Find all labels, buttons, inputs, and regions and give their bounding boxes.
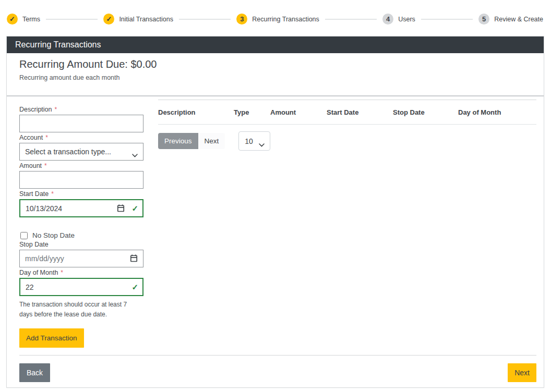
day-of-month-help-text: The transaction should occur at least 7 … [19, 300, 136, 320]
stepper-connector [421, 19, 473, 20]
description-input[interactable] [19, 115, 143, 132]
step-label-recurring-transactions: Recurring Transactions [252, 16, 319, 23]
step-label-users: Users [398, 16, 415, 23]
panel-body: Recurring Amount Due: $0.00 Recurring am… [7, 58, 544, 387]
footer-divider [19, 355, 536, 356]
pagination-button-group: Previous Next [158, 133, 225, 149]
step-complete-check-icon: ✓ [7, 14, 18, 24]
step-number-icon: 3 [236, 14, 247, 24]
wizard-stepper: ✓ Terms ✓ Initial Transactions 3 Recurri… [0, 0, 551, 24]
step-number-icon: 4 [382, 14, 393, 24]
recurring-transactions-panel: Recurring Transactions Recurring Amount … [6, 36, 544, 388]
account-select[interactable]: Select a transaction type... [19, 143, 143, 161]
step-complete-check-icon: ✓ [103, 14, 114, 24]
panel-title: Recurring Transactions [15, 40, 101, 49]
recurring-amount-due-heading: Recurring Amount Due: $0.00 [19, 58, 531, 70]
day-of-month-input[interactable] [19, 278, 143, 296]
stepper-connector [325, 19, 377, 20]
page-size-select[interactable]: 10 [238, 131, 270, 151]
column-header-start-date: Start Date [327, 100, 393, 125]
stepper-connector [179, 19, 231, 20]
next-button[interactable]: Next [508, 363, 536, 382]
no-stop-date-label: No Stop Date [32, 231, 75, 239]
amount-input[interactable] [19, 171, 143, 189]
pagination-next-button[interactable]: Next [198, 133, 225, 149]
table-pagination: Previous Next 10 [158, 131, 536, 151]
step-label-review-create: Review & Create [494, 16, 543, 23]
required-asterisk: * [55, 106, 57, 113]
add-transaction-button[interactable]: Add Transaction [19, 328, 84, 348]
pagination-previous-button[interactable]: Previous [158, 133, 198, 149]
stop-date-input[interactable] [19, 250, 143, 267]
stepper-step-recurring-transactions[interactable]: 3 Recurring Transactions [236, 14, 319, 24]
day-of-month-label: Day of Month* [19, 269, 143, 276]
required-asterisk: * [44, 162, 47, 169]
column-header-type: Type [234, 100, 270, 125]
column-header-stop-date: Stop Date [393, 100, 458, 125]
no-stop-date-row: No Stop Date [19, 231, 143, 239]
column-header-day-of-month: Day of Month [458, 100, 536, 125]
required-asterisk: * [51, 190, 54, 198]
column-header-description: Description [158, 100, 234, 125]
table-header-row: Description Type Amount Start Date Stop … [158, 100, 536, 125]
required-asterisk: * [61, 269, 63, 276]
column-header-amount: Amount [270, 100, 327, 125]
stepper-step-review-create[interactable]: 5 Review & Create [478, 14, 543, 24]
amount-label: Amount* [19, 162, 143, 169]
stepper-step-terms[interactable]: ✓ Terms [7, 14, 40, 24]
step-label-initial-transactions: Initial Transactions [119, 16, 173, 23]
step-label-terms: Terms [22, 16, 40, 23]
account-label: Account* [19, 134, 143, 141]
required-asterisk: * [45, 134, 48, 141]
transactions-table-area: Description Type Amount Start Date Stop … [158, 100, 536, 348]
stepper-step-initial-transactions[interactable]: ✓ Initial Transactions [103, 14, 173, 24]
panel-title-bar: Recurring Transactions [7, 36, 544, 53]
panel-content: Description* Account* Select a transacti… [7, 96, 544, 348]
transactions-table: Description Type Amount Start Date Stop … [158, 100, 536, 125]
transaction-form: Description* Account* Select a transacti… [19, 100, 143, 348]
back-button[interactable]: Back [19, 363, 50, 382]
recurring-amount-due-subheading: Recurring amount due each month [19, 74, 531, 81]
start-date-input[interactable] [19, 199, 143, 217]
step-number-icon: 5 [478, 14, 489, 24]
stepper-connector [46, 19, 98, 20]
no-stop-date-checkbox[interactable] [20, 232, 28, 239]
stop-date-label: Stop Date [19, 241, 143, 248]
stepper-step-users[interactable]: 4 Users [382, 14, 415, 24]
description-label: Description* [19, 106, 143, 113]
start-date-label: Start Date* [19, 190, 143, 198]
